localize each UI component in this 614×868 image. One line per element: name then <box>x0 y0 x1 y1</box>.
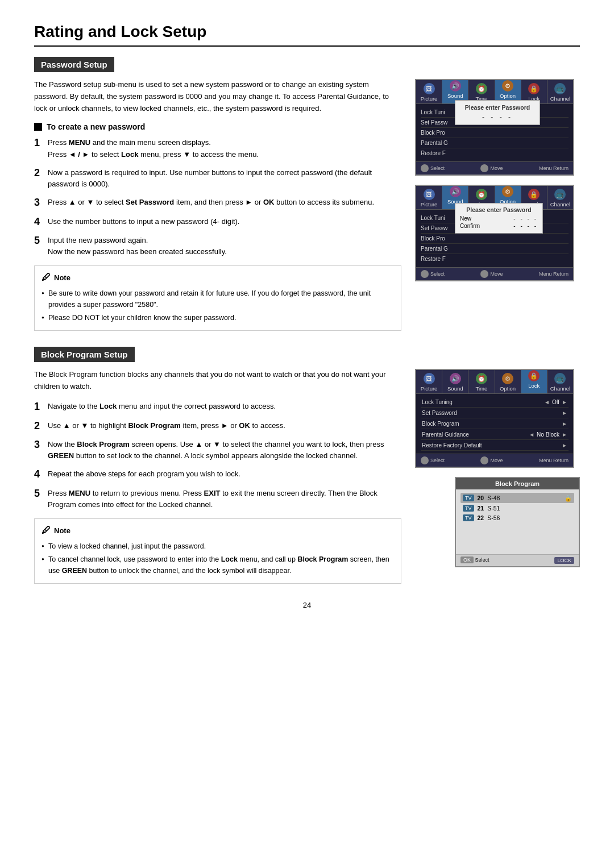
time-icon: ⏰ <box>476 83 487 94</box>
menu-item-option-3: ⚙ Option <box>495 370 521 393</box>
block-footer-ok: OK Select <box>460 557 489 564</box>
footer-return-3: Menu Return <box>539 456 569 464</box>
lock-icon-3: 🔒 <box>528 370 540 381</box>
black-square-icon <box>34 123 42 131</box>
lock-row-restore: Restore Factory Default ► <box>421 440 569 451</box>
picture-icon-3: 🖼 <box>424 373 435 384</box>
tv-screen-3: 🖼 Picture 🔊 Sound ⏰ Time ⚙ Option <box>415 369 574 468</box>
lock-icon-2: 🔒 <box>528 189 540 200</box>
menu-item-lock-3: 🔒 Lock <box>521 370 547 393</box>
password-note-item-2: Please DO NOT let your children know the… <box>42 313 394 323</box>
page-number: 24 <box>34 601 580 609</box>
option-icon-2: ⚙ <box>502 186 513 197</box>
page-title: Rating and Lock Setup <box>34 23 580 47</box>
block-step-4: 4 Repeat the above steps for each progra… <box>34 468 401 481</box>
password-overlay-1: Please enter Password - - - - <box>455 100 540 125</box>
block-note-item-1: To view a locked channel, just input the… <box>42 541 394 552</box>
option-icon-3: ⚙ <box>502 373 513 384</box>
pw-confirm-label: Confirm <box>460 223 480 229</box>
tv-footer-1: Select Move Menu Return <box>416 161 573 175</box>
password-overlay-2: Please enter Password New - - - - Confir… <box>455 203 543 234</box>
tv-badge-3: TV <box>463 514 474 521</box>
menu-item-channel-3: 📺 Channel <box>547 370 573 393</box>
block-program-steps-list: 1 Navigate to the Lock menu and input th… <box>34 401 401 510</box>
password-setup-header: Password Setup <box>34 57 114 72</box>
footer-return-2: Menu Return <box>539 270 569 278</box>
footer-select-3: Select <box>421 456 445 464</box>
block-step-2: 2 Use ▲ or ▼ to highlight Block Program … <box>34 420 401 433</box>
password-note-item-1: Be sure to write down your password and … <box>42 288 394 310</box>
tv-row-restore-2: Restore F <box>421 254 569 264</box>
picture-icon: 🖼 <box>424 83 435 94</box>
footer-select-2: Select <box>421 270 445 278</box>
tv-badge-2: TV <box>463 505 474 512</box>
password-steps-list: 1 Press MENU and the main menu screen di… <box>34 137 401 258</box>
footer-move-3: Move <box>480 456 503 464</box>
channel-name-2: S-51 <box>487 505 500 512</box>
pw-confirm-dots: - - - - <box>513 223 538 229</box>
pw-dots-1: - - - - <box>461 113 534 121</box>
password-sub-heading: To create a new password <box>34 122 401 131</box>
block-channel-3: TV 22 S-56 <box>460 513 574 522</box>
password-step-1: 1 Press MENU and the main menu screen di… <box>34 137 401 160</box>
footer-move-2: Move <box>480 270 503 278</box>
password-step-4: 4 Use the number buttons to input a new … <box>34 216 401 229</box>
tv-row-lock-tuni: Lock Tuni Please enter Password - - - - <box>421 107 569 118</box>
channel-name-3: S-56 <box>487 514 500 521</box>
block-step-1: 1 Navigate to the Lock menu and input th… <box>34 401 401 413</box>
block-program-screen-title: Block Program <box>456 478 579 489</box>
option-icon: ⚙ <box>502 80 513 92</box>
password-setup-text-col: The Password setup sub-menu is used to s… <box>34 79 401 331</box>
tv-footer-3: Select Move Menu Return <box>416 454 573 467</box>
channel-icon: 📺 <box>554 83 566 94</box>
time-icon-2: ⏰ <box>476 189 487 200</box>
lock-row-block-program: Block Program ► <box>421 418 569 429</box>
menu-item-picture-3: 🖼 Picture <box>416 370 442 393</box>
tv-row-parental: Parental G <box>421 138 569 148</box>
footer-select-1: Select <box>421 164 445 172</box>
block-footer: OK Select LOCK <box>456 554 579 566</box>
tv-screen-2: 🖼 Picture 🔊 Sound ⏰ Time ⚙ Option <box>415 185 574 281</box>
block-program-screen: Block Program TV 20 S-48 🔒 TV 21 S-51 T <box>455 477 580 567</box>
block-program-section: Block Program Setup The Block Program fu… <box>34 347 580 584</box>
block-note-box: 🖊 Note To view a locked channel, just in… <box>34 518 401 584</box>
block-program-body: TV 20 S-48 🔒 TV 21 S-51 TV 22 S-56 <box>456 489 579 526</box>
password-setup-intro: The Password setup sub-menu is used to s… <box>34 79 401 114</box>
tv-row-parental-2: Parental G <box>421 244 569 254</box>
pw-new-label: New <box>460 215 471 222</box>
tv-badge-1: TV <box>463 495 474 501</box>
sound-icon: 🔊 <box>450 80 461 92</box>
menu-item-channel-2: 📺 Channel <box>547 186 573 209</box>
note-icon-2: 🖊 <box>42 524 51 538</box>
sound-icon-2: 🔊 <box>450 186 461 197</box>
menu-item-picture: 🖼 Picture <box>416 80 442 103</box>
block-program-intro: The Block Program function blocks any ch… <box>34 369 401 393</box>
pw-new-dots: - - - - <box>513 215 538 222</box>
tv-menu-bar-3: 🖼 Picture 🔊 Sound ⏰ Time ⚙ Option <box>416 370 573 394</box>
block-program-text-col: The Block Program function blocks any ch… <box>34 369 401 584</box>
block-footer-lock: LOCK <box>554 557 574 564</box>
block-channel-2: TV 21 S-51 <box>460 503 574 513</box>
password-step-5: 5 Input the new password again. Now the … <box>34 235 401 258</box>
block-note-item-2: To cancel channel lock, use password to … <box>42 554 394 576</box>
channel-num-3: 22 <box>478 514 484 521</box>
block-program-header: Block Program Setup <box>34 347 135 362</box>
menu-item-picture-2: 🖼 Picture <box>416 186 442 209</box>
lock-row-set-password: Set Password ► <box>421 408 569 418</box>
password-step-3: 3 Press ▲ or ▼ to select Set Password it… <box>34 197 401 209</box>
tv-row-block-pro: Block Pro <box>421 128 569 138</box>
password-screens-col: 🖼 Picture 🔊 Sound ⏰ Time ⚙ Option <box>415 79 580 281</box>
lock-row-tuning: Lock Tuning ◄ Off ► <box>421 397 569 408</box>
block-channel-1: TV 20 S-48 🔒 <box>460 493 574 503</box>
channel-num-2: 21 <box>478 505 484 512</box>
lock-icon-small-1: 🔒 <box>565 495 572 502</box>
password-note-box: 🖊 Note Be sure to write down your passwo… <box>34 265 401 331</box>
password-setup-section: Password Setup The Password setup sub-me… <box>34 57 580 331</box>
password-step-2: 2 Now a password is required to input. U… <box>34 167 401 190</box>
menu-item-sound-3: 🔊 Sound <box>442 370 468 393</box>
tv-footer-2: Select Move Menu Return <box>416 267 573 280</box>
lock-body: Lock Tuning ◄ Off ► Set Password ► Block… <box>416 394 573 454</box>
block-screens-col: 🖼 Picture 🔊 Sound ⏰ Time ⚙ Option <box>415 369 580 567</box>
lock-icon: 🔒 <box>528 83 540 94</box>
channel-icon-2: 📺 <box>554 189 566 200</box>
